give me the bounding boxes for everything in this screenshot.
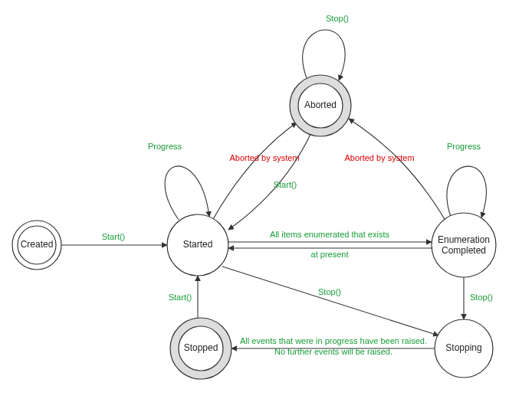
state-stopped: Stopped [170,318,232,379]
state-label-enum2: Completed [442,245,486,256]
edge-label-start2: Start() [274,180,297,189]
state-diagram: Start() Progress Aborted by system Start… [0,0,532,399]
edge-started-aborted [213,123,297,219]
edge-label-stop-started: Stop() [318,287,341,296]
state-started: Started [167,214,228,276]
edge-label-progress-started: Progress [148,142,182,151]
edge-label-enum1: All items enumerated that exists [270,230,389,239]
edge-started-stopping [222,267,438,335]
state-stopping: Stopping [435,319,493,378]
state-aborted: Aborted [290,75,351,136]
edge-label-stop-enum: Stop() [470,293,493,302]
edge-label-aborted2: Aborted by system [344,153,414,162]
state-label-aborted: Aborted [304,100,337,110]
edge-started-progress [165,166,209,220]
edge-label-stop-aborted: Stop() [326,14,349,23]
edge-label-done1: All events that were in progress have be… [240,336,427,345]
edge-aborted-stop [303,30,345,80]
state-created: Created [12,221,61,270]
state-label-started: Started [183,239,213,250]
edge-enum-aborted [349,119,445,219]
edge-label-enum2: at present [311,250,349,259]
edge-enum-progress [447,166,486,217]
state-label-enum1: Enumeration [438,234,490,245]
state-label-created: Created [21,239,54,250]
edge-label-aborted1: Aborted by system [229,153,299,162]
edge-label-done2: No further events will be raised. [274,347,392,356]
state-enumeration-completed: Enumeration Completed [432,213,496,277]
edge-label-progress-enum: Progress [447,142,481,151]
state-label-stopped: Stopped [184,342,218,353]
edge-aborted-started [228,131,312,230]
edge-label-start: Start() [102,232,126,241]
state-label-stopping: Stopping [445,342,481,353]
edge-label-start3: Start() [169,293,192,302]
